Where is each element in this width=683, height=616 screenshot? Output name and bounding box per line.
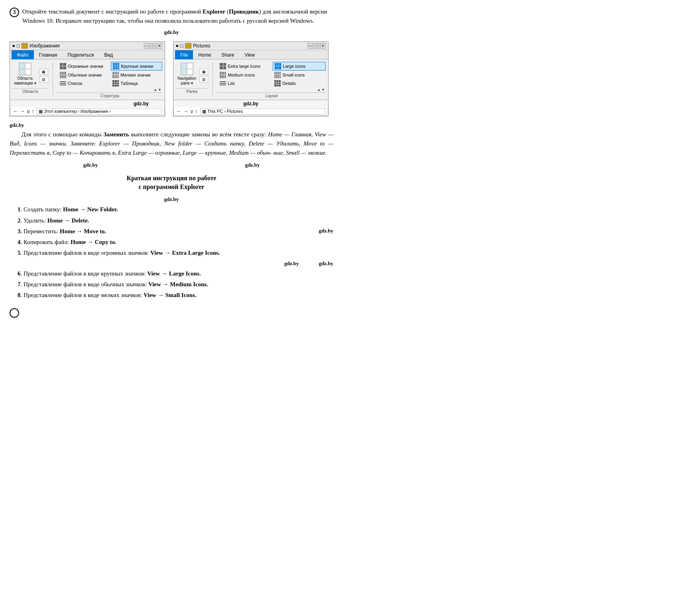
right-up-icon[interactable]: ↑ bbox=[195, 108, 198, 114]
instruction-item-1: 1. Создать папку: Home → New Folder. bbox=[18, 205, 333, 214]
right-small-option[interactable]: Small icons bbox=[273, 71, 326, 79]
maximize-btn[interactable]: □ bbox=[150, 43, 156, 49]
left-ribbon-content: Областьнавигации ▾ ▦ ▤ Области bbox=[10, 59, 165, 100]
right-down-icon[interactable]: ∨ bbox=[190, 108, 194, 114]
right-title-text: Pictures bbox=[193, 43, 306, 49]
right-tab-view[interactable]: View bbox=[239, 50, 260, 59]
close-btn[interactable]: ✕ bbox=[157, 43, 162, 49]
left-divider1 bbox=[53, 62, 53, 97]
left-titlebar: ■ ▢ Изображения — □ ✕ bbox=[10, 42, 165, 50]
instruction-item-7: 7. Представление файлов в виде обычных з… bbox=[18, 280, 333, 289]
watermark-icons-1: gdz.by bbox=[284, 260, 299, 268]
right-nav-pane-row: Navigationpane ▾ ▦ ▤ bbox=[176, 61, 208, 87]
left-nav-pane-buttons: Областьнавигации ▾ ▦ ▤ bbox=[12, 61, 48, 87]
right-window-controls[interactable]: — □ ✕ bbox=[307, 43, 326, 49]
right-ribbon-content: Navigationpane ▾ ▦ ▤ Panes bbox=[173, 59, 328, 100]
left-nav-arrows: ← → ∨ ↑ bbox=[13, 108, 34, 114]
left-nav-pane-section: Областьнавигации ▾ ▦ ▤ Области bbox=[12, 61, 48, 94]
left-icon-options-grid: Огромные значки Крупные значки bbox=[57, 61, 162, 88]
left-huge-icons-label: Огромные значки bbox=[68, 64, 103, 69]
right-scroll-down-icon[interactable]: ▼ bbox=[321, 88, 325, 92]
left-small-icons-option[interactable]: Мелкие значки bbox=[111, 71, 162, 79]
left-huge-icons-option[interactable]: Огромные значки bbox=[58, 62, 110, 71]
down-icon[interactable]: ∨ bbox=[26, 108, 30, 114]
screenshot-left: ■ ▢ Изображения — □ ✕ Файл Главная Подел… bbox=[10, 41, 165, 116]
left-addr-text: Этот компьютер › Изображения › bbox=[44, 109, 111, 114]
right-small-label: Small icons bbox=[282, 73, 305, 77]
watermark-mid2: gdz.by bbox=[83, 162, 98, 168]
up-icon[interactable]: ↑ bbox=[31, 108, 34, 114]
right-medium-option[interactable]: Medium icons bbox=[218, 71, 271, 79]
left-window-controls[interactable]: — □ ✕ bbox=[144, 43, 162, 49]
left-preview-btn2[interactable]: ▤ bbox=[39, 76, 48, 83]
right-tab-share[interactable]: Share bbox=[216, 50, 239, 59]
left-preview-btn1[interactable]: ▦ bbox=[39, 69, 48, 75]
right-nav-pane-section: Navigationpane ▾ ▦ ▤ Panes bbox=[176, 61, 208, 94]
left-tab-share[interactable]: Поделиться bbox=[62, 50, 99, 59]
right-preview-btn2[interactable]: ▤ bbox=[199, 76, 208, 83]
right-titlebar: ■ ▢ Pictures — □ ✕ bbox=[173, 42, 328, 50]
left-address-bar: ← → ∨ ↑ ▦ Этот компьютер › Изображения › bbox=[10, 107, 165, 116]
left-structure-label: Структура bbox=[57, 92, 162, 98]
small-icons-icon bbox=[112, 72, 119, 78]
right-back-icon[interactable]: ← bbox=[176, 108, 182, 114]
right-details-option[interactable]: Details bbox=[273, 79, 326, 87]
right-scroll-arrows: ▲ ▼ bbox=[217, 88, 326, 92]
scroll-up-icon[interactable]: ▲ bbox=[154, 88, 157, 92]
right-address-field[interactable]: ▦ This PC › Pictures bbox=[200, 108, 325, 115]
right-forward-icon[interactable]: → bbox=[183, 108, 189, 114]
left-medium-icons-option[interactable]: Обычные значки bbox=[58, 71, 110, 79]
right-extra-large-label: Extra large icons bbox=[228, 64, 260, 69]
left-large-icons-option[interactable]: Крупные значки bbox=[111, 62, 162, 71]
right-large-option[interactable]: Large icons bbox=[273, 62, 326, 71]
table-icon bbox=[112, 80, 119, 87]
watermark-icons-2: gdz.by bbox=[319, 260, 333, 268]
right-nav-pane-label: Navigationpane ▾ bbox=[177, 76, 196, 86]
left-address-field[interactable]: ▦ Этот компьютер › Изображения › bbox=[37, 108, 162, 115]
left-tab-view[interactable]: Вид bbox=[99, 50, 118, 59]
right-preview-btns: ▦ ▤ bbox=[199, 69, 208, 87]
left-table-option[interactable]: Таблица bbox=[111, 79, 162, 87]
left-preview-btns: ▦ ▤ bbox=[39, 69, 48, 87]
right-details-icon bbox=[274, 80, 281, 87]
watermark-mid1: gdz.by bbox=[10, 122, 333, 128]
minimize-btn[interactable]: — bbox=[144, 43, 150, 49]
watermark-top: gdz.by bbox=[10, 29, 333, 36]
left-nav-pane-btn[interactable]: Областьнавигации ▾ bbox=[12, 61, 38, 87]
left-watermark: gdz.by bbox=[10, 100, 165, 107]
back-icon[interactable]: ← bbox=[13, 108, 18, 114]
left-ribbon-tabs: Файл Главная Поделиться Вид bbox=[10, 50, 165, 59]
right-nav-pane-btn[interactable]: Navigationpane ▾ bbox=[176, 61, 198, 87]
right-scroll-up-icon[interactable]: ▲ bbox=[317, 88, 321, 92]
left-table-label: Таблица bbox=[120, 81, 138, 86]
right-extra-large-option[interactable]: Extra large icons bbox=[218, 62, 271, 71]
right-tab-file[interactable]: File bbox=[175, 50, 193, 59]
right-maximize-btn[interactable]: □ bbox=[314, 43, 319, 49]
right-panes-label: Panes bbox=[176, 88, 208, 94]
left-list-option[interactable]: Список bbox=[58, 79, 110, 87]
left-tab-home[interactable]: Главная bbox=[34, 50, 63, 59]
instruction-item-5: 5. Представление файлов в виде огромных … bbox=[18, 248, 333, 258]
instruction-item-4: 4. Копировать файл: Home → Copy to. bbox=[18, 238, 333, 247]
heading-line2: с программой Explorer bbox=[138, 183, 204, 190]
right-medium-label: Medium icons bbox=[228, 73, 255, 77]
right-minimize-btn[interactable]: — bbox=[307, 43, 313, 49]
instruction-item-8: 8. Представление файлов в виде мелких зн… bbox=[18, 291, 333, 300]
left-tab-file[interactable]: Файл bbox=[12, 50, 34, 59]
right-nav-arrows: ← → ∨ ↑ bbox=[176, 108, 198, 114]
right-list-option[interactable]: List bbox=[218, 79, 271, 87]
right-icon-options-grid: Extra large icons Large icons bbox=[217, 61, 326, 88]
right-addr-text: This PC › Pictures bbox=[207, 109, 243, 114]
right-preview-btn1[interactable]: ▦ bbox=[199, 69, 208, 75]
left-scroll-arrows: ▲ ▼ bbox=[57, 88, 162, 92]
right-list-label: List bbox=[228, 81, 234, 86]
right-tab-home[interactable]: Home bbox=[193, 50, 216, 59]
scroll-down-icon[interactable]: ▼ bbox=[158, 88, 161, 92]
forward-icon[interactable]: → bbox=[20, 108, 25, 114]
instruction-item-5b: gdz.by gdz.by bbox=[18, 260, 333, 268]
right-close-btn[interactable]: ✕ bbox=[320, 43, 326, 49]
right-nav-pane-icon bbox=[181, 63, 193, 75]
task-header: 3 Откройте текстовый документ с инструкц… bbox=[10, 7, 333, 25]
right-list-icon bbox=[220, 80, 226, 87]
instruction-item-2: 2. Удалить: Home → Delete. bbox=[18, 216, 333, 225]
